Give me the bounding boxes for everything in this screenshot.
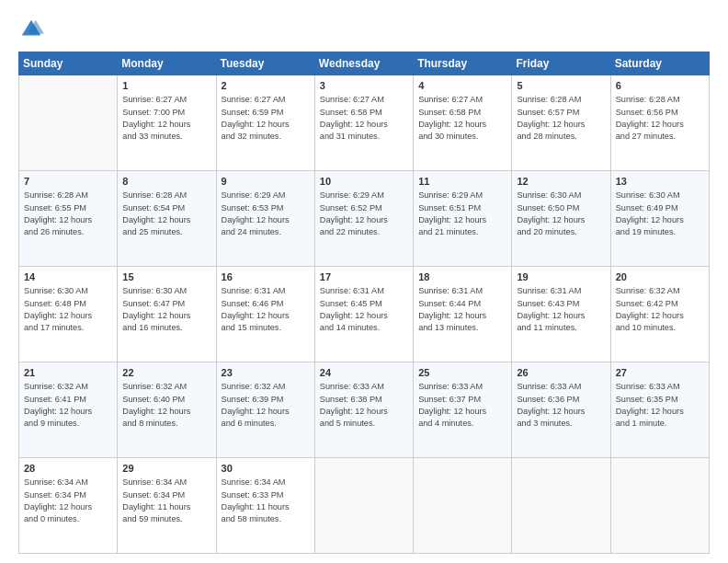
day-number: 14 (24, 270, 112, 284)
day-info: Sunrise: 6:31 AM Sunset: 6:44 PM Dayligh… (418, 285, 506, 334)
col-header-monday: Monday (118, 52, 216, 75)
day-number: 23 (222, 366, 310, 380)
col-header-tuesday: Tuesday (216, 52, 314, 75)
day-info: Sunrise: 6:31 AM Sunset: 6:45 PM Dayligh… (320, 285, 408, 334)
calendar-cell: 12Sunrise: 6:30 AM Sunset: 6:50 PM Dayli… (512, 171, 610, 267)
day-number: 4 (418, 79, 506, 93)
day-number: 18 (418, 270, 506, 284)
calendar-cell: 15Sunrise: 6:30 AM Sunset: 6:47 PM Dayli… (118, 267, 216, 362)
day-info: Sunrise: 6:31 AM Sunset: 6:43 PM Dayligh… (517, 285, 605, 334)
day-info: Sunrise: 6:27 AM Sunset: 7:00 PM Dayligh… (122, 94, 210, 143)
day-info: Sunrise: 6:32 AM Sunset: 6:42 PM Dayligh… (616, 285, 704, 334)
day-number: 3 (320, 79, 408, 93)
day-number: 25 (418, 366, 506, 380)
day-number: 28 (24, 462, 112, 476)
calendar-table: SundayMondayTuesdayWednesdayThursdayFrid… (18, 52, 710, 554)
day-info: Sunrise: 6:33 AM Sunset: 6:38 PM Dayligh… (320, 381, 408, 430)
day-number: 20 (616, 270, 704, 284)
day-number: 17 (320, 270, 408, 284)
calendar-cell (19, 75, 118, 171)
day-info: Sunrise: 6:34 AM Sunset: 6:34 PM Dayligh… (122, 477, 210, 525)
day-info: Sunrise: 6:33 AM Sunset: 6:37 PM Dayligh… (418, 381, 506, 430)
day-number: 22 (122, 366, 210, 380)
calendar-cell: 4Sunrise: 6:27 AM Sunset: 6:58 PM Daylig… (414, 75, 512, 171)
day-info: Sunrise: 6:30 AM Sunset: 6:50 PM Dayligh… (517, 190, 605, 238)
day-info: Sunrise: 6:29 AM Sunset: 6:52 PM Dayligh… (320, 190, 408, 238)
day-info: Sunrise: 6:34 AM Sunset: 6:34 PM Dayligh… (24, 477, 112, 525)
header (18, 17, 710, 42)
calendar-cell: 19Sunrise: 6:31 AM Sunset: 6:43 PM Dayli… (512, 267, 610, 362)
calendar-cell: 7Sunrise: 6:28 AM Sunset: 6:55 PM Daylig… (19, 171, 118, 267)
calendar-cell (610, 458, 709, 554)
calendar-cell: 28Sunrise: 6:34 AM Sunset: 6:34 PM Dayli… (19, 458, 118, 554)
calendar-cell: 2Sunrise: 6:27 AM Sunset: 6:59 PM Daylig… (216, 75, 314, 171)
day-info: Sunrise: 6:32 AM Sunset: 6:39 PM Dayligh… (222, 381, 310, 430)
calendar-cell: 3Sunrise: 6:27 AM Sunset: 6:58 PM Daylig… (314, 75, 413, 171)
calendar-header-row: SundayMondayTuesdayWednesdayThursdayFrid… (19, 52, 710, 75)
day-number: 27 (616, 366, 704, 380)
day-number: 5 (517, 79, 605, 93)
page: SundayMondayTuesdayWednesdayThursdayFrid… (0, 0, 728, 563)
col-header-saturday: Saturday (610, 52, 709, 75)
day-number: 15 (122, 270, 210, 284)
calendar-cell: 1Sunrise: 6:27 AM Sunset: 7:00 PM Daylig… (118, 75, 216, 171)
day-number: 7 (24, 175, 112, 189)
calendar-cell: 13Sunrise: 6:30 AM Sunset: 6:49 PM Dayli… (610, 171, 709, 267)
day-number: 29 (122, 462, 210, 476)
day-number: 13 (616, 175, 704, 189)
calendar-cell: 11Sunrise: 6:29 AM Sunset: 6:51 PM Dayli… (414, 171, 512, 267)
calendar-cell: 21Sunrise: 6:32 AM Sunset: 6:41 PM Dayli… (19, 362, 118, 458)
calendar-cell: 22Sunrise: 6:32 AM Sunset: 6:40 PM Dayli… (118, 362, 216, 458)
day-number: 1 (122, 79, 210, 93)
day-info: Sunrise: 6:28 AM Sunset: 6:56 PM Dayligh… (616, 94, 704, 143)
day-info: Sunrise: 6:34 AM Sunset: 6:33 PM Dayligh… (222, 477, 310, 525)
col-header-wednesday: Wednesday (314, 52, 413, 75)
day-number: 26 (517, 366, 605, 380)
calendar-cell: 6Sunrise: 6:28 AM Sunset: 6:56 PM Daylig… (610, 75, 709, 171)
day-info: Sunrise: 6:27 AM Sunset: 6:58 PM Dayligh… (418, 94, 506, 143)
calendar-cell: 10Sunrise: 6:29 AM Sunset: 6:52 PM Dayli… (314, 171, 413, 267)
calendar-cell: 8Sunrise: 6:28 AM Sunset: 6:54 PM Daylig… (118, 171, 216, 267)
calendar-cell: 27Sunrise: 6:33 AM Sunset: 6:35 PM Dayli… (610, 362, 709, 458)
calendar-cell: 9Sunrise: 6:29 AM Sunset: 6:53 PM Daylig… (216, 171, 314, 267)
calendar-week-row: 1Sunrise: 6:27 AM Sunset: 7:00 PM Daylig… (19, 75, 710, 171)
calendar-cell: 20Sunrise: 6:32 AM Sunset: 6:42 PM Dayli… (610, 267, 709, 362)
calendar-cell: 14Sunrise: 6:30 AM Sunset: 6:48 PM Dayli… (19, 267, 118, 362)
day-info: Sunrise: 6:29 AM Sunset: 6:51 PM Dayligh… (418, 190, 506, 238)
day-number: 6 (616, 79, 704, 93)
day-info: Sunrise: 6:29 AM Sunset: 6:53 PM Dayligh… (222, 190, 310, 238)
day-info: Sunrise: 6:28 AM Sunset: 6:55 PM Dayligh… (24, 190, 112, 238)
day-info: Sunrise: 6:30 AM Sunset: 6:49 PM Dayligh… (616, 190, 704, 238)
col-header-friday: Friday (512, 52, 610, 75)
day-number: 30 (222, 462, 310, 476)
day-info: Sunrise: 6:32 AM Sunset: 6:41 PM Dayligh… (24, 381, 112, 430)
calendar-cell: 25Sunrise: 6:33 AM Sunset: 6:37 PM Dayli… (414, 362, 512, 458)
day-number: 24 (320, 366, 408, 380)
calendar-cell: 16Sunrise: 6:31 AM Sunset: 6:46 PM Dayli… (216, 267, 314, 362)
day-info: Sunrise: 6:30 AM Sunset: 6:48 PM Dayligh… (24, 285, 112, 334)
calendar-cell: 17Sunrise: 6:31 AM Sunset: 6:45 PM Dayli… (314, 267, 413, 362)
calendar-cell: 29Sunrise: 6:34 AM Sunset: 6:34 PM Dayli… (118, 458, 216, 554)
day-number: 2 (222, 79, 310, 93)
calendar-week-row: 7Sunrise: 6:28 AM Sunset: 6:55 PM Daylig… (19, 171, 710, 267)
day-info: Sunrise: 6:32 AM Sunset: 6:40 PM Dayligh… (122, 381, 210, 430)
day-number: 19 (517, 270, 605, 284)
day-info: Sunrise: 6:31 AM Sunset: 6:46 PM Dayligh… (222, 285, 310, 334)
day-number: 10 (320, 175, 408, 189)
day-info: Sunrise: 6:33 AM Sunset: 6:35 PM Dayligh… (616, 381, 704, 430)
calendar-cell: 30Sunrise: 6:34 AM Sunset: 6:33 PM Dayli… (216, 458, 314, 554)
logo-icon (18, 17, 44, 42)
day-number: 12 (517, 175, 605, 189)
day-info: Sunrise: 6:27 AM Sunset: 6:59 PM Dayligh… (222, 94, 310, 143)
calendar-cell: 24Sunrise: 6:33 AM Sunset: 6:38 PM Dayli… (314, 362, 413, 458)
calendar-week-row: 14Sunrise: 6:30 AM Sunset: 6:48 PM Dayli… (19, 267, 710, 362)
col-header-thursday: Thursday (414, 52, 512, 75)
calendar-cell (414, 458, 512, 554)
day-number: 9 (222, 175, 310, 189)
day-info: Sunrise: 6:28 AM Sunset: 6:57 PM Dayligh… (517, 94, 605, 143)
day-info: Sunrise: 6:30 AM Sunset: 6:47 PM Dayligh… (122, 285, 210, 334)
col-header-sunday: Sunday (19, 52, 118, 75)
calendar-cell: 23Sunrise: 6:32 AM Sunset: 6:39 PM Dayli… (216, 362, 314, 458)
day-number: 21 (24, 366, 112, 380)
day-number: 8 (122, 175, 210, 189)
